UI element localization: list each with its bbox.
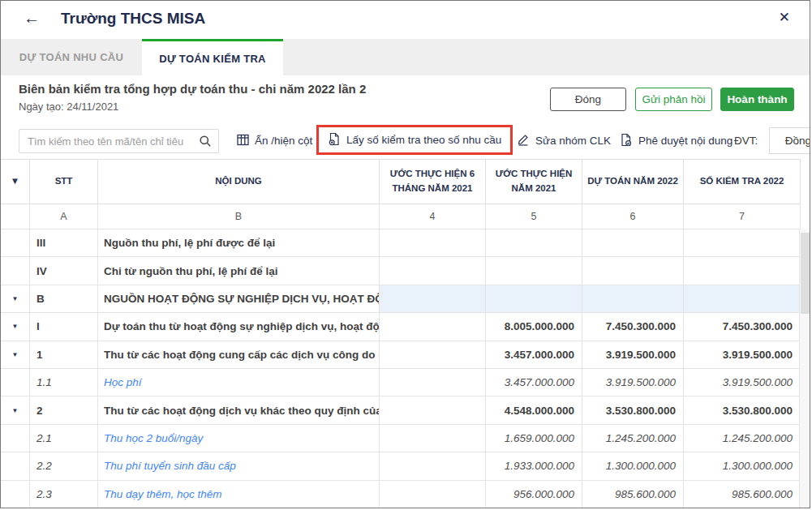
row-expander-cell [1, 229, 30, 257]
row-value: 4.548.000.000 [486, 396, 582, 424]
code-cell: 6 [582, 204, 684, 229]
row-value: 3.457.000.000 [486, 341, 582, 369]
row-value: 1.933.000.000 [486, 452, 582, 480]
search-box [19, 129, 219, 153]
table-row[interactable]: ▼2Thu từ các hoạt động dịch vụ khác theo… [1, 396, 801, 424]
edit-clk-group-label: Sửa nhóm CLK [535, 135, 611, 147]
tab-du-toan-kiem-tra[interactable]: DỰ TOÁN KIỂM TRA [142, 39, 283, 75]
row-name: NGUỒN HOẠT ĐỘNG SỰ NGHIỆP DỊCH VỤ, HOẠT … [98, 285, 380, 313]
row-value [380, 229, 486, 257]
row-value: 3.530.800.000 [582, 396, 684, 424]
column-header-stt: STT [30, 160, 98, 204]
row-stt: 1 [30, 341, 98, 369]
table-row[interactable]: IVChi từ nguồn thu phí, lệ phí để lại [1, 257, 801, 285]
row-value: 3.919.500.000 [684, 341, 801, 369]
get-check-numbers-button[interactable]: Lấy số kiểm tra theo số nhu cầu [316, 125, 513, 155]
document-header: Biên bản kiểm tra tổng hợp dự toán thu -… [1, 75, 810, 122]
modal-window: ← Trường THCS MISA ✕ DỰ TOÁN NHU CẦU DỰ … [0, 0, 810, 508]
toolbar: Ẩn /hiện cột Lấy số kiểm tra theo số nhu… [1, 122, 810, 159]
row-value [684, 229, 801, 257]
row-name[interactable]: Thu dạy thêm, học thêm [98, 481, 380, 508]
row-value [380, 369, 486, 396]
row-value [380, 341, 486, 369]
row-stt: 2.2 [30, 452, 98, 480]
row-expander-cell [1, 369, 30, 396]
search-icon[interactable] [199, 135, 212, 148]
toggle-columns-button[interactable]: Ẩn /hiện cột [237, 122, 312, 159]
get-check-numbers-label: Lấy số kiểm tra theo số nhu cầu [346, 134, 501, 146]
row-value: 3.919.500.000 [684, 369, 801, 396]
row-value [684, 257, 801, 285]
row-value [582, 229, 684, 257]
code-cell: 5 [486, 204, 582, 229]
row-value [380, 285, 486, 313]
edit-clk-group-button[interactable]: Sửa nhóm CLK [517, 122, 611, 159]
row-value: 1.245.200.000 [582, 425, 684, 452]
tab-du-toan-nhu-cau[interactable]: DỰ TOÁN NHU CẦU [1, 39, 142, 75]
table-body: IIINguồn thu phí, lệ phí được để lạiIVCh… [1, 229, 801, 508]
row-stt: III [30, 229, 98, 257]
table-row[interactable]: 2.3Thu dạy thêm, học thêm956.000.000985.… [1, 481, 801, 508]
document-created-date: Ngày tạo: 24/11/2021 [19, 101, 118, 113]
unit-label: ĐVT: [734, 122, 758, 159]
row-value [380, 425, 486, 452]
row-value: 7.450.300.000 [582, 313, 684, 341]
close-button[interactable]: Đóng [550, 88, 626, 111]
collapse-all-icon[interactable]: ▼ [1, 160, 30, 204]
row-value: 1.245.200.000 [684, 425, 801, 452]
row-stt: I [30, 313, 98, 341]
row-expander-cell [1, 425, 30, 452]
table-header-row: ▼ STT NỘI DUNG ƯỚC THỰC HIỆN 6 THÁNG NĂM… [1, 160, 801, 204]
column-header-noi-dung: NỘI DUNG [98, 160, 380, 204]
row-name[interactable]: Học phí [98, 369, 380, 396]
row-expander-icon[interactable]: ▼ [1, 341, 30, 369]
row-expander-cell [1, 257, 30, 285]
row-expander-cell [1, 481, 30, 508]
row-value [380, 257, 486, 285]
send-feedback-button[interactable]: Gửi phản hồi [635, 88, 712, 111]
row-value [380, 396, 486, 424]
unit-select[interactable]: Đồng [769, 127, 810, 154]
row-value [486, 285, 582, 313]
table-row[interactable]: 1.1Học phí3.457.000.0003.919.500.0003.91… [1, 369, 801, 396]
row-name: Nguồn thu phí, lệ phí được để lại [98, 229, 380, 257]
back-arrow-icon[interactable]: ← [24, 10, 40, 26]
table-row[interactable]: 2.1Thu học 2 buổi/ngày1.659.000.0001.245… [1, 425, 801, 452]
search-input[interactable] [19, 135, 199, 148]
data-table: ▼ STT NỘI DUNG ƯỚC THỰC HIỆN 6 THÁNG NĂM… [1, 159, 801, 508]
table-row[interactable]: ▼IDự toán thu từ hoạt động sự nghiệp dịc… [1, 313, 801, 341]
toggle-columns-label: Ẩn /hiện cột [255, 135, 312, 147]
table-row[interactable]: IIINguồn thu phí, lệ phí được để lại [1, 229, 801, 257]
row-expander-icon[interactable]: ▼ [1, 396, 30, 424]
row-value: 1.300.000.000 [582, 452, 684, 480]
column-header-uoc-6-thang-2021: ƯỚC THỰC HIỆN 6 THÁNG NĂM 2021 [380, 160, 486, 204]
row-value [486, 229, 582, 257]
code-cell: 4 [380, 204, 486, 229]
table-code-row: A B 4 5 6 7 [1, 204, 801, 229]
approve-content-button[interactable]: Phê duyệt nội dung [620, 122, 733, 159]
row-value: 985.600.000 [582, 481, 684, 508]
document-title: Biên bản kiểm tra tổng hợp dự toán thu -… [19, 82, 366, 96]
tab-bar: DỰ TOÁN NHU CẦU DỰ TOÁN KIỂM TRA [1, 39, 810, 75]
code-cell [1, 204, 30, 229]
table-row[interactable]: 2.2Thu phí tuyển sinh đầu cấp1.933.000.0… [1, 452, 801, 480]
row-name: Dự toán thu từ hoạt động sự nghiệp dịch … [98, 313, 380, 341]
row-value: 3.919.500.000 [582, 369, 684, 396]
row-expander-icon[interactable]: ▼ [1, 285, 30, 313]
row-value [486, 257, 582, 285]
close-icon[interactable]: ✕ [779, 11, 790, 24]
scrollbar-thumb[interactable] [801, 233, 810, 314]
row-name[interactable]: Thu phí tuyển sinh đầu cấp [98, 452, 380, 480]
row-value: 956.000.000 [486, 481, 582, 508]
table-row[interactable]: ▼BNGUỒN HOẠT ĐỘNG SỰ NGHIỆP DỊCH VỤ, HOẠ… [1, 285, 801, 313]
row-expander-icon[interactable]: ▼ [1, 313, 30, 341]
complete-button[interactable]: Hoàn thành [720, 88, 794, 111]
row-stt: IV [30, 257, 98, 285]
window-header: ← Trường THCS MISA ✕ [1, 1, 810, 39]
row-value [380, 313, 486, 341]
row-name: Thu từ các hoạt động cung cấp các dịch v… [98, 341, 380, 369]
table-row[interactable]: ▼1Thu từ các hoạt động cung cấp các dịch… [1, 341, 801, 369]
row-name[interactable]: Thu học 2 buổi/ngày [98, 425, 380, 452]
row-value: 7.450.300.000 [684, 313, 801, 341]
column-header-uoc-nam-2021: ƯỚC THỰC HIỆN NĂM 2021 [486, 160, 582, 204]
